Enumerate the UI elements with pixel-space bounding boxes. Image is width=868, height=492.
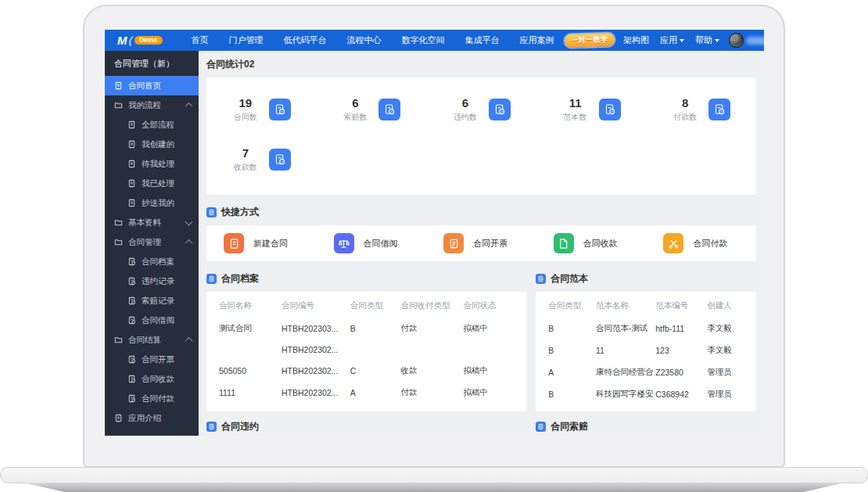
- nav-link-label: 帮助: [695, 34, 712, 46]
- breach-section-header: 合同违约: [206, 413, 526, 436]
- nav-menu-item[interactable]: 流程中心: [337, 34, 392, 46]
- template-table-card: 合同类型范本名称范本编号创建人B合同范本-测试htfb-111李文毅B11123…: [536, 292, 756, 411]
- stat-value: 6: [342, 96, 368, 110]
- sidebar-item[interactable]: 基本资料: [105, 213, 199, 232]
- stat-cell: 6违约数: [426, 90, 536, 140]
- nav-link-architecture[interactable]: 架构图: [623, 34, 649, 46]
- sidebar-item[interactable]: 我的流程: [105, 95, 199, 115]
- nav-link-label: 架构图: [623, 34, 649, 46]
- sidebar-item-label: 违约记录: [142, 276, 174, 287]
- user-avatar-icon[interactable]: [729, 33, 744, 48]
- sidebar-item[interactable]: 待我处理: [105, 154, 199, 174]
- stat-doc-icon[interactable]: [269, 149, 291, 171]
- nav-menu-item[interactable]: 低代码平台: [274, 34, 337, 46]
- shortcut-item[interactable]: 合同借阅: [317, 233, 427, 253]
- doc-icon: [127, 160, 136, 168]
- file-badge-icon: [127, 296, 136, 305]
- sidebar-item-label: 合同档案: [142, 257, 174, 268]
- table-cell: 管理员: [705, 383, 745, 405]
- sidebar-item[interactable]: 我已处理: [105, 174, 199, 193]
- shortcut-label: 合同开票: [473, 238, 508, 250]
- column-header: 创建人: [705, 293, 745, 318]
- sidebar-item-label: 待我处理: [142, 159, 174, 170]
- user-menu[interactable]: [729, 33, 764, 48]
- claim-section-header: 合同索赔: [536, 413, 756, 436]
- shortcut-item[interactable]: 新建合同: [206, 233, 317, 253]
- main-content: 合同统计02 19合同数6索赔数6违约数11范本数8付款数 7收款数 快捷方式 …: [199, 51, 764, 436]
- sidebar-item[interactable]: 合同档案: [105, 252, 199, 271]
- table-cell: 11: [594, 339, 654, 361]
- stat-doc-icon[interactable]: [269, 99, 291, 120]
- stat-doc-icon[interactable]: [708, 99, 730, 120]
- column-header: 合同状态: [462, 293, 516, 318]
- sidebar-item-label: 合同收款: [142, 374, 174, 385]
- table-row[interactable]: 测试合同HTBH202303...B付款拟稿中: [217, 318, 515, 339]
- table-row[interactable]: 1111HTBH202302...A付款拟稿中: [217, 382, 515, 404]
- stat-doc-icon[interactable]: [489, 99, 511, 120]
- table-cell: 管理员: [705, 361, 745, 383]
- stat-label: 付款数: [672, 112, 698, 123]
- nav-link-apps[interactable]: 应用: [660, 34, 684, 46]
- stats-section-title: 合同统计02: [206, 58, 254, 71]
- file-badge-icon: [127, 355, 136, 364]
- table-row[interactable]: HTBH202302...: [217, 339, 515, 360]
- template-section-header: 合同范本: [536, 265, 756, 292]
- sidebar: 合同管理（新） 合同首页我的流程全部流程我创建的待我处理我已处理抄送我的基本资料…: [105, 51, 199, 436]
- table-cell: 拟稿中: [462, 360, 516, 382]
- sidebar-item[interactable]: 我创建的: [105, 135, 199, 154]
- shortcut-item[interactable]: 合同收款: [536, 233, 647, 253]
- sidebar-item[interactable]: 索赔记录: [105, 291, 199, 311]
- app-screen: M ⟨ Demo 首页门户管理低代码平台流程中心数字化空间集成平台应用案例 一对…: [105, 30, 764, 436]
- sidebar-item[interactable]: 合同借阅: [105, 311, 199, 330]
- file-badge-icon: [127, 316, 136, 325]
- table-cell: 康特合同经营合...: [594, 361, 654, 383]
- table-cell: B: [547, 339, 594, 361]
- sidebar-item[interactable]: 合同开票: [105, 350, 199, 369]
- table-header-row: 合同类型范本名称范本编号创建人: [547, 293, 745, 318]
- table-cell: HTBH202302...: [280, 339, 349, 360]
- table-row[interactable]: B合同范本-测试htfb-111李文毅: [547, 318, 745, 339]
- nav-menu-item[interactable]: 数字化空间: [392, 34, 455, 46]
- sidebar-item[interactable]: 应用介绍: [105, 408, 199, 428]
- stat-text: 6违约数: [452, 96, 479, 123]
- sidebar-item-label: 合同结算: [128, 335, 161, 346]
- laptop-foot: [23, 483, 845, 492]
- sidebar-item[interactable]: 合同付款: [105, 389, 199, 408]
- table-row[interactable]: 505050HTBH202302...C收款拟稿中: [217, 360, 515, 382]
- table-row[interactable]: B11123李文毅: [547, 339, 745, 361]
- sidebar-item[interactable]: 违约记录: [105, 271, 199, 291]
- sidebar-item[interactable]: 抄送我的: [105, 193, 199, 213]
- nav-menu-item[interactable]: 首页: [181, 34, 219, 46]
- stat-cell: 11范本数: [536, 90, 647, 140]
- sidebar-item[interactable]: 合同结算: [105, 330, 199, 350]
- nav-menu-item[interactable]: 应用案例: [510, 34, 565, 46]
- promo-sticker[interactable]: 一对一教学: [564, 33, 614, 48]
- nav-right-links: 架构图应用帮助: [623, 34, 719, 46]
- folder-icon: [114, 336, 123, 344]
- stat-doc-icon[interactable]: [378, 99, 400, 120]
- doc-icon: [114, 414, 123, 422]
- table-row[interactable]: B科技园写字楼安...C368942管理员: [547, 383, 745, 405]
- contract-icon: [224, 233, 244, 253]
- sidebar-item[interactable]: 合同首页: [105, 76, 199, 95]
- table-cell: htfb-111: [654, 318, 705, 339]
- nav-menu-item[interactable]: 门户管理: [219, 34, 274, 46]
- stat-doc-icon[interactable]: [599, 99, 621, 120]
- table-row[interactable]: A康特合同经营合...Z23580管理员: [547, 361, 745, 383]
- sidebar-item-label: 索赔记录: [142, 296, 174, 307]
- sidebar-item[interactable]: 合同管理: [105, 232, 199, 252]
- nav-menu-item[interactable]: 集成平台: [455, 34, 510, 46]
- app-logo[interactable]: M ⟨ Demo: [117, 34, 163, 47]
- table-cell: 李文毅: [705, 318, 745, 339]
- chevron-up-icon: [185, 337, 193, 345]
- shortcut-item[interactable]: 合同开票: [426, 233, 536, 253]
- sidebar-item-label: 合同借阅: [142, 315, 174, 326]
- top-navbar: M ⟨ Demo 首页门户管理低代码平台流程中心数字化空间集成平台应用案例 一对…: [105, 30, 764, 51]
- table-cell: 付款: [399, 382, 461, 404]
- sidebar-item[interactable]: 合同收款: [105, 369, 199, 389]
- shortcut-item[interactable]: 合同付款: [646, 233, 756, 253]
- nav-link-help[interactable]: 帮助: [695, 34, 719, 46]
- table-cell: Z23580: [654, 361, 705, 383]
- sidebar-item[interactable]: 全部流程: [105, 115, 199, 135]
- stat-cell: 8付款数: [646, 90, 756, 140]
